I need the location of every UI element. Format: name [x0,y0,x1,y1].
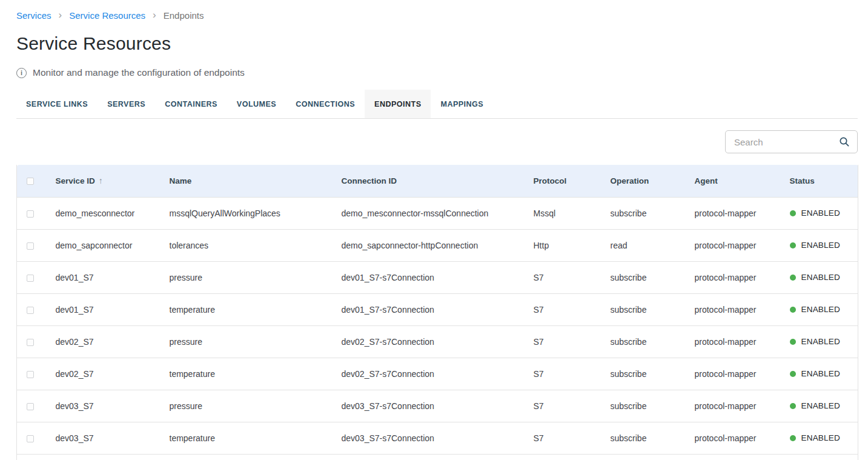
cell-protocol: S7 [524,422,601,454]
cell-agent: protocol-mapper [685,358,780,390]
cell-name: pressure [160,261,332,293]
cell-service-id: demo_sapconnector [46,229,160,261]
status-enabled-dot [790,307,796,313]
search-row [16,130,858,153]
cell-protocol: Http [524,229,601,261]
tab-endpoints[interactable]: ENDPOINTS [365,90,431,118]
table-row: dev01_S7temperaturedev01_S7-s7Connection… [17,293,858,325]
table-row: dev03_S7temperaturedev03_S7-s7Connection… [17,422,858,454]
page-title: Service Resources [16,33,858,54]
endpoints-table: Service ID↑ Name Connection ID Protocol … [16,165,858,460]
cell-status: ENABLED [780,358,858,390]
column-header-status[interactable]: Status [780,165,858,197]
cell-status: ENABLED [780,229,858,261]
cell-name: temperature [160,293,332,325]
row-checkbox[interactable] [27,210,34,218]
table-row: dev01_S7pressuredev01_S7-s7ConnectionS7s… [17,261,858,293]
column-header-agent[interactable]: Agent [685,165,780,197]
search-input[interactable] [734,137,839,147]
cell-protocol: S7 [524,358,601,390]
column-header-connection-id[interactable]: Connection ID [332,165,524,197]
cell-name: pressure [160,390,332,422]
row-checkbox-cell [17,422,46,454]
tab-containers[interactable]: CONTAINERS [155,90,227,118]
cell-agent: protocol-mapper [685,390,780,422]
status-enabled-dot [790,275,796,281]
table-row: demo_mesconnectormssqlQueryAllWorkingPla… [17,197,858,229]
breadcrumb-service-resources-link[interactable]: Service Resources [69,10,145,21]
endpoints-table-body: demo_mesconnectormssqlQueryAllWorkingPla… [17,197,858,460]
select-all-checkbox[interactable] [27,178,34,185]
search-box [725,130,858,153]
cell-agent: protocol-mapper [685,422,780,454]
table-row: dev02_S7temperaturedev02_S7-s7Connection… [17,358,858,390]
cell-protocol: S7 [524,293,601,325]
cell-operation: subscribe [601,325,685,358]
cell-protocol: S7 [524,325,601,358]
tab-servers[interactable]: SERVERS [98,90,155,118]
cell-name: pressure [160,325,332,358]
cell-connection-id: dev02_S7-s7Connection [332,358,524,390]
page-subtitle-row: i Monitor and manage the configuration o… [16,67,858,78]
tab-service-links[interactable]: SERVICE LINKS [16,90,98,118]
row-checkbox[interactable] [27,242,34,250]
row-checkbox[interactable] [27,275,34,282]
cell-name: temperature [160,422,332,454]
status-label: ENABLED [801,401,840,410]
search-icon[interactable] [839,136,850,147]
tab-mappings[interactable]: MAPPINGS [431,90,493,118]
cell-operation: subscribe [601,197,685,229]
column-header-protocol[interactable]: Protocol [524,165,601,197]
column-header-name[interactable]: Name [160,165,332,197]
table-row: demo_sapconnectortolerancesdemo_sapconne… [17,229,858,261]
row-checkbox-cell [17,197,46,229]
cell-service-id: dev01_S7 [46,261,160,293]
cell-operation: subscribe [601,358,685,390]
page-content: Services › Service Resources › Endpoints… [0,0,868,460]
info-icon: i [16,68,27,78]
column-header-service-id[interactable]: Service ID↑ [46,165,160,197]
cell-operation: subscribe [601,390,685,422]
cell-connection-id: dev03_S7-s7Connection [332,390,524,422]
cell-connection-id: dev03_S7-s7Connection [332,422,524,454]
row-checkbox-cell [17,229,46,261]
cell-status: ENABLED [780,261,858,293]
cell-agent: protocol-mapper [685,229,780,261]
status-label: ENABLED [801,337,840,346]
chevron-right-icon: › [153,10,156,21]
tab-volumes[interactable]: VOLUMES [227,90,286,118]
table-row: dev02_S7pressuredev02_S7-s7ConnectionS7s… [17,325,858,358]
status-enabled-dot [790,371,796,377]
status-enabled-dot [790,339,796,345]
cell-agent: protocol-mapper [685,261,780,293]
table-header: Service ID↑ Name Connection ID Protocol … [17,165,858,197]
cell-operation: subscribe [601,261,685,293]
breadcrumb-services-link[interactable]: Services [16,10,51,21]
row-checkbox-cell [17,390,46,422]
row-checkbox-cell [17,325,46,358]
status-enabled-dot [790,403,796,409]
cell-connection-id: dev01_S7-s7Connection [332,261,524,293]
status-enabled-dot [790,210,796,216]
row-checkbox-cell [17,358,46,390]
row-checkbox[interactable] [27,371,34,378]
column-header-operation[interactable]: Operation [601,165,685,197]
cell-status: ENABLED [780,422,858,454]
cell-name: temperature [160,358,332,390]
status-enabled-dot [790,435,796,441]
status-label: ENABLED [801,208,840,218]
cell-name: mssqlQueryAllWorkingPlaces [160,197,332,229]
status-label: ENABLED [801,273,840,282]
cell-service-id: dev03_S7 [46,422,160,454]
cell-operation: read [601,229,685,261]
status-enabled-dot [790,242,796,248]
row-checkbox[interactable] [27,403,34,410]
cell-name: tolerances [160,229,332,261]
tab-connections[interactable]: CONNECTIONS [286,90,365,118]
row-checkbox[interactable] [27,339,34,346]
row-checkbox[interactable] [27,435,34,442]
cell-service-id: dev02_S7 [46,325,160,358]
cell-service-id: demo_mesconnector [46,197,160,229]
breadcrumb: Services › Service Resources › Endpoints [16,0,858,21]
row-checkbox[interactable] [27,307,34,314]
